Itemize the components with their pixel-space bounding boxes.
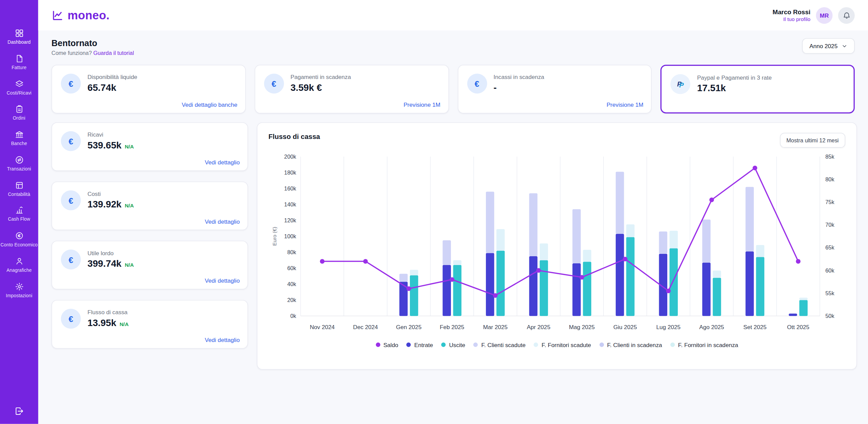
avatar[interactable]: MR — [816, 7, 833, 23]
svg-text:85k: 85k — [825, 154, 834, 160]
svg-text:140k: 140k — [284, 201, 296, 207]
paypal-icon: PP — [671, 74, 691, 94]
profile-link[interactable]: Il tuo profilo — [783, 16, 810, 22]
legend-dot — [441, 343, 446, 347]
svg-text:160k: 160k — [284, 185, 296, 191]
kpi-card-incassi[interactable]: € Incassi in scadenza - Previsione 1M — [457, 65, 652, 114]
euro-icon: € — [61, 190, 81, 210]
svg-text:Ago 2025: Ago 2025 — [699, 324, 724, 330]
sidebar-item-label: Ordini — [13, 116, 25, 121]
legend-item[interactable]: F. Clienti scadute — [474, 341, 526, 348]
metric-card-utile-lordo[interactable]: € Utile lordo 399.74kN/A Vedi dettaglio — [52, 241, 248, 289]
notifications-button[interactable] — [838, 7, 855, 23]
svg-text:20k: 20k — [287, 297, 296, 303]
legend-label: Uscite — [449, 341, 465, 348]
legend-item[interactable]: Uscite — [441, 341, 466, 348]
detail-link[interactable]: Vedi dettaglio — [205, 277, 240, 284]
forecast-link[interactable]: Previsione 1M — [403, 101, 440, 108]
year-selector-label: Anno 2025 — [809, 43, 837, 49]
metric-card-flusso-di-cassa[interactable]: € Flusso di cassa 13.95kN/A Vedi dettagl… — [52, 300, 248, 349]
metric-value: 13.95k — [87, 318, 116, 329]
svg-text:180k: 180k — [284, 169, 296, 176]
legend-label: F. Clienti in scadenza — [607, 341, 662, 348]
settings-icon — [15, 282, 23, 291]
logout-button[interactable] — [14, 406, 24, 416]
sidebar-item-dashboard[interactable]: Dashboard — [0, 24, 39, 50]
kpi-card-pagamenti[interactable]: € Pagamenti in scadenza 3.59k € Previsio… — [255, 65, 449, 114]
sidebar-item-costi-ricavi[interactable]: Costi/Ricavi — [0, 75, 39, 100]
sidebar-item-label: Costi/Ricavi — [7, 90, 32, 96]
main-area: moneo. Marco Rossi Il tuo profilo MR Ben… — [38, 0, 868, 424]
svg-text:75k: 75k — [825, 199, 834, 205]
sidebar-item-impostazioni[interactable]: Impostazioni — [0, 278, 39, 303]
euro-icon: € — [61, 131, 81, 151]
sidebar-item-banche[interactable]: Banche — [0, 126, 39, 151]
cashflow-chart-card: Flusso di cassa Mostra ultimi 12 mesi 0k… — [257, 122, 857, 370]
metric-card-ricavi[interactable]: € Ricavi 539.65kN/A Vedi dettaglio — [52, 122, 248, 171]
sidebar-item-conto-economico[interactable]: Conto Economico — [0, 227, 39, 253]
sidebar-item-fatture[interactable]: Fatture — [0, 50, 39, 75]
sidebar-item-ordini[interactable]: Ordini — [0, 100, 39, 126]
sidebar-item-anagrafiche[interactable]: Anagrafiche — [0, 252, 39, 278]
legend-dot — [670, 343, 675, 347]
page-content: Bentornato Come funziona? Guarda il tuto… — [38, 31, 868, 424]
kpi-card-disponibilita[interactable]: € Disponibilità liquide 65.74k Vedi dett… — [52, 65, 246, 114]
tutorial-link[interactable]: Guarda il tutorial — [93, 50, 134, 56]
svg-text:80k: 80k — [825, 176, 834, 182]
legend-item[interactable]: F. Fornitori in scadenza — [670, 341, 738, 348]
svg-text:Nov 2024: Nov 2024 — [310, 324, 335, 330]
detail-link[interactable]: Vedi dettaglio — [205, 218, 240, 225]
legend-dot — [474, 343, 478, 347]
year-selector[interactable]: Anno 2025 — [802, 38, 855, 54]
legend-item[interactable]: F. Fornitori scadute — [534, 341, 591, 348]
kpi-title: Incassi in scadenza — [494, 74, 545, 80]
sidebar-item-label: Dashboard — [7, 40, 31, 45]
legend-label: F. Fornitori scadute — [541, 341, 591, 348]
svg-text:Gen 2025: Gen 2025 — [396, 324, 421, 330]
kpi-row: € Disponibilità liquide 65.74k Vedi dett… — [52, 65, 855, 114]
invoices-icon — [15, 54, 23, 63]
sidebar: Dashboard Fatture Costi/Ricavi Ordini Ba… — [0, 0, 38, 424]
legend-label: Entrate — [414, 341, 433, 348]
sidebar-item-label: Fatture — [12, 65, 26, 70]
euro-icon: € — [61, 249, 81, 269]
kpi-card-paypal[interactable]: PP Paypal e Pagamenti in 3 rate 17.51k — [660, 65, 855, 114]
sidebar-item-label: Impostazioni — [6, 293, 32, 299]
brand-logo[interactable]: moneo. — [52, 8, 110, 22]
forecast-link[interactable]: Previsione 1M — [607, 101, 644, 108]
registry-icon — [15, 257, 23, 265]
logo-chart-icon — [52, 9, 64, 21]
kpi-value: 17.51k — [697, 83, 772, 94]
svg-text:200k: 200k — [284, 154, 296, 160]
svg-text:0k: 0k — [290, 313, 296, 319]
legend-item[interactable]: Saldo — [376, 341, 398, 348]
sidebar-item-contabilita[interactable]: Contabilità — [0, 176, 39, 202]
bank-detail-link[interactable]: Vedi dettaglio banche — [182, 101, 237, 108]
legend-dot — [599, 343, 604, 347]
svg-text:120k: 120k — [284, 217, 296, 223]
cashflow-icon — [15, 206, 23, 215]
svg-text:Lug 2025: Lug 2025 — [656, 324, 680, 330]
metric-card-costi[interactable]: € Costi 139.92kN/A Vedi dettaglio — [52, 182, 248, 230]
page-title: Bentornato — [52, 38, 134, 48]
brand-name: moneo. — [67, 8, 110, 22]
svg-text:60k: 60k — [287, 265, 296, 271]
svg-text:Set 2025: Set 2025 — [743, 324, 767, 330]
svg-text:55k: 55k — [825, 290, 834, 296]
sidebar-item-label: Banche — [11, 141, 27, 146]
app-window: Dashboard Fatture Costi/Ricavi Ordini Ba… — [0, 0, 868, 424]
kpi-value: 3.59k € — [291, 82, 351, 94]
dashboard-icon — [15, 29, 23, 38]
detail-link[interactable]: Vedi dettaglio — [205, 159, 240, 166]
detail-link[interactable]: Vedi dettaglio — [205, 337, 240, 343]
svg-text:Feb 2025: Feb 2025 — [440, 324, 464, 330]
show-last-12-months-button[interactable]: Mostra ultimi 12 mesi — [780, 133, 845, 148]
top-bar: moneo. Marco Rossi Il tuo profilo MR — [38, 0, 868, 31]
sidebar-item-label: Conto Economico — [1, 242, 38, 248]
legend-item[interactable]: Entrate — [407, 341, 433, 348]
legend-item[interactable]: F. Clienti in scadenza — [599, 341, 662, 348]
sidebar-item-cash-flow[interactable]: Cash Flow — [0, 202, 39, 227]
cashflow-chart[interactable]: 0k20k40k60k80k100k120k140k160k180k200k50… — [269, 152, 845, 335]
sidebar-item-transazioni[interactable]: Transazioni — [0, 151, 39, 176]
sidebar-item-label: Transazioni — [7, 166, 31, 172]
